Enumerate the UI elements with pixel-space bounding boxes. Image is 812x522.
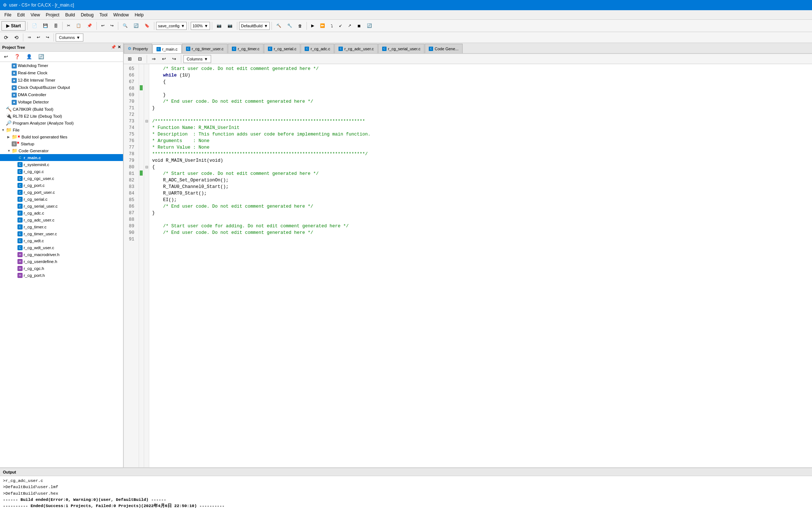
code-text[interactable]: /* Start user code. Do not edit comment …	[149, 64, 812, 467]
tree-back-button[interactable]: ↩	[1, 52, 11, 62]
tree-item-4[interactable]: ■DMA Controller	[0, 91, 123, 98]
saveall-button[interactable]: 🗄	[51, 21, 60, 31]
tab-8[interactable]: CCode Gene...	[425, 44, 462, 53]
tree-item-11[interactable]: S✖Startup	[0, 140, 123, 147]
menu-tool[interactable]: Tool	[96, 12, 110, 18]
tree-label-20: r_cg_serial_user.c	[24, 204, 58, 208]
clean-button[interactable]: 🗑	[296, 21, 305, 31]
tree-item-15[interactable]: Cr_cg_cgc.c	[0, 168, 123, 175]
tree-item-25[interactable]: Cr_cg_wdt.c	[0, 237, 123, 244]
editor-btn1[interactable]: ⊞	[125, 54, 134, 64]
tree-item-17[interactable]: Cr_cg_port.c	[0, 182, 123, 189]
tree-expand-12[interactable]: ▼	[7, 149, 11, 153]
tree-item-9[interactable]: ▼📁File	[0, 126, 123, 133]
tree-item-8[interactable]: 🔎Program Analyzer (Analyze Tool)	[0, 119, 123, 126]
run-button[interactable]: ▶	[309, 21, 317, 31]
tab-0[interactable]: ⚙Property	[124, 44, 152, 53]
tree-item-28[interactable]: Hr_cg_userdefine.h	[0, 258, 123, 265]
zoom-dropdown[interactable]: 100% ▼	[191, 22, 210, 30]
tree-expand-9[interactable]: ▼	[1, 128, 5, 132]
rebuild-button[interactable]: 🔧	[285, 21, 295, 31]
copy-button[interactable]: 📋	[74, 21, 84, 31]
start-button[interactable]: ▶ Start	[1, 21, 25, 31]
stop-button[interactable]: ⏹	[354, 21, 364, 31]
tree-expand-10[interactable]: ▶	[7, 135, 11, 139]
next-build-button[interactable]: 📷	[225, 21, 235, 31]
tree-item-26[interactable]: Cr_cg_wdt_user.c	[0, 244, 123, 251]
tree-item-21[interactable]: Cr_cg_adc.c	[0, 209, 123, 216]
tree-item-2[interactable]: ■12-Bit Interval Timer	[0, 76, 123, 84]
tree-item-23[interactable]: Cr_cg_timer.c	[0, 223, 123, 230]
columns-dropdown[interactable]: Columns ▼	[56, 34, 83, 42]
tab-2[interactable]: Cr_cg_timer_user.c	[182, 44, 227, 53]
tree-user-button[interactable]: 👤	[24, 52, 35, 62]
tree-help-button[interactable]: ❓	[12, 52, 23, 62]
prev-build-button[interactable]: 📷	[214, 21, 224, 31]
paste-button[interactable]: 📌	[84, 21, 95, 31]
step-in-button[interactable]: ↙	[336, 21, 345, 31]
menu-window[interactable]: Window	[110, 12, 132, 18]
tab-1[interactable]: Cr_main.c	[153, 44, 182, 54]
tree-item-3[interactable]: ■Clock Output/Buzzer Output	[0, 84, 123, 91]
tree-item-1[interactable]: ■Real-time Clock	[0, 69, 123, 76]
menu-view[interactable]: View	[28, 12, 43, 18]
step-out-button[interactable]: ↗	[345, 21, 354, 31]
editor-columns-dropdown[interactable]: Columns ▼	[183, 55, 211, 63]
project-tree-pin[interactable]: 📌	[111, 45, 116, 50]
tree-item-0[interactable]: ■Watchdog Timer	[0, 62, 123, 69]
tree-item-7[interactable]: 🔌RL78 E2 Lite (Debug Tool)	[0, 113, 123, 119]
tb2-btn1[interactable]: ⟳	[1, 33, 11, 42]
editor-btn3[interactable]: ⇒	[149, 54, 158, 64]
menu-help[interactable]: Help	[132, 12, 147, 18]
project-tree-close[interactable]: ✕	[118, 45, 121, 50]
tab-4[interactable]: Cr_cg_serial.c	[264, 44, 300, 53]
redo-button[interactable]: ↪	[108, 21, 116, 31]
tree-item-24[interactable]: Cr_cg_timer_user.c	[0, 230, 123, 237]
tree-icon-analyzer-8: 🔎	[6, 120, 12, 126]
undo-button[interactable]: ↩	[99, 21, 107, 31]
cut-button[interactable]: ✂	[64, 21, 73, 31]
editor-btn2[interactable]: ⊟	[135, 54, 144, 64]
tb2-btn3[interactable]: ⇒	[25, 33, 33, 42]
tab-7[interactable]: Cr_cg_serial_user.c	[378, 44, 424, 53]
search-button[interactable]: 🔍	[120, 21, 130, 31]
tab-6[interactable]: Cr_cg_adc_user.c	[334, 44, 378, 53]
tree-item-5[interactable]: ■Voltage Detector	[0, 98, 123, 106]
step-over-button[interactable]: ⤵	[328, 21, 336, 31]
tb2-btn5[interactable]: ↪	[43, 33, 52, 42]
tree-item-6[interactable]: 🔨CA78K0R (Build Tool)	[0, 106, 123, 113]
menu-debug[interactable]: Debug	[78, 12, 96, 18]
tab-3[interactable]: Cr_cg_timer.c	[228, 44, 264, 53]
build-config-dropdown[interactable]: DefaultBuild ▼	[239, 22, 270, 30]
tree-item-22[interactable]: Cr_cg_adc_user.c	[0, 216, 123, 223]
tb2-btn2[interactable]: ⟲	[12, 33, 21, 42]
menu-edit[interactable]: Edit	[14, 12, 28, 18]
bookmark-button[interactable]: 🔖	[142, 21, 152, 31]
tree-item-18[interactable]: Cr_cg_port_user.c	[0, 189, 123, 196]
tb2-btn4[interactable]: ↩	[34, 33, 43, 42]
tree-item-29[interactable]: Hr_cg_cgc.h	[0, 265, 123, 272]
menu-build[interactable]: Build	[62, 12, 78, 18]
reset-button[interactable]: 🔄	[364, 21, 375, 31]
tab-5[interactable]: Cr_cg_adc.c	[301, 44, 334, 53]
tree-item-14[interactable]: Cr_systeminit.c	[0, 161, 123, 168]
config-dropdown[interactable]: save_config ▼	[156, 22, 187, 30]
tree-item-12[interactable]: ▼📁Code Generator	[0, 147, 123, 154]
tree-item-19[interactable]: Cr_cg_serial.c	[0, 196, 123, 203]
editor-btn4[interactable]: ↩	[159, 54, 169, 64]
menu-project[interactable]: Project	[43, 12, 62, 18]
tree-item-27[interactable]: Hr_cg_macrodriver.h	[0, 251, 123, 258]
continue-button[interactable]: ⏩	[317, 21, 328, 31]
tree-item-20[interactable]: Cr_cg_serial_user.c	[0, 203, 123, 209]
new-button[interactable]: 📄	[29, 21, 40, 31]
editor-btn5[interactable]: ↪	[170, 54, 179, 64]
build-button[interactable]: 🔨	[274, 21, 284, 31]
menu-file[interactable]: File	[1, 12, 14, 18]
tree-refresh-button[interactable]: 🔄	[36, 52, 47, 62]
save-button[interactable]: 💾	[40, 21, 51, 31]
tree-item-30[interactable]: Hr_cg_port.h	[0, 272, 123, 279]
tree-item-10[interactable]: ▶📁✖Build tool generated files	[0, 133, 123, 140]
tree-item-13[interactable]: Cr_main.c	[0, 154, 123, 161]
replace-button[interactable]: 🔄	[131, 21, 141, 31]
tree-item-16[interactable]: Cr_cg_cgc_user.c	[0, 175, 123, 182]
